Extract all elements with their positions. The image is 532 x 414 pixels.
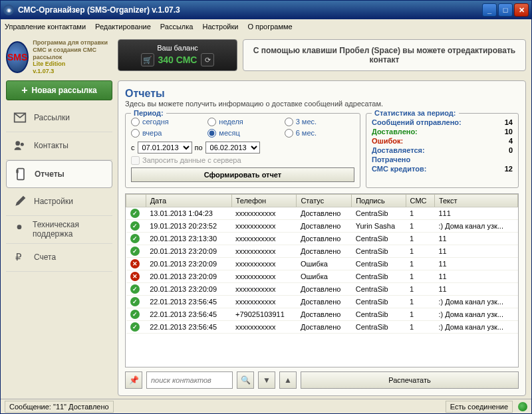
period-radio[interactable]: вчера: [131, 129, 201, 138]
column-header[interactable]: Текст: [434, 194, 517, 207]
server-request-checkbox[interactable]: Запросить данные с сервера: [131, 156, 354, 165]
settings-icon: [13, 194, 27, 209]
svg-point-1: [21, 143, 24, 146]
pin-icon[interactable]: 📌: [125, 371, 142, 389]
column-header[interactable]: Дата: [146, 194, 231, 207]
stat-pending-label: Доставляется:: [372, 146, 425, 154]
balance-label: Ваш баланс: [157, 44, 198, 52]
page-subtitle: Здесь вы можете получить информацию о до…: [125, 100, 519, 108]
menu-item[interactable]: Настройки: [202, 23, 238, 31]
sidebar-item-mail[interactable]: Рассылки: [6, 104, 112, 132]
logo-edition: Lite Edition: [33, 60, 112, 68]
minimize-button[interactable]: _: [482, 3, 497, 17]
logo-version: v.1.07.3: [33, 68, 112, 75]
sidebar-item-reports[interactable]: Отчеты: [6, 160, 112, 188]
sidebar-item-settings[interactable]: Настройки: [6, 188, 112, 216]
period-radio[interactable]: неделя: [207, 118, 277, 126]
hint-panel: С помощью клавиши Пробел (Space) вы може…: [243, 39, 526, 71]
menu-item[interactable]: Рассылка: [160, 23, 194, 31]
search-icon[interactable]: 🔍: [237, 371, 254, 389]
table-row[interactable]: ✕20.01.2013 23:20:09xxxxxxxxxxxОшибкаCen…: [126, 270, 518, 282]
sidebar-item-label: Контакты: [34, 141, 68, 150]
stats-legend: Статистика за период:: [372, 109, 459, 117]
menu-item[interactable]: Управление контактами: [5, 23, 86, 31]
connection-status: Есть соединение: [446, 401, 513, 413]
menu-item[interactable]: О программе: [247, 23, 292, 31]
check-icon: ✓: [130, 247, 140, 256]
sidebar-item-contacts[interactable]: Контакты: [6, 132, 112, 160]
logo-block: SMS Программа для отправки СМС и создани…: [6, 39, 112, 75]
balance-value: 340 СМС: [158, 54, 198, 65]
new-campaign-button[interactable]: Новая рассылка: [6, 80, 112, 100]
reports-icon: [13, 167, 28, 181]
window-controls: _ □ ✕: [482, 3, 529, 17]
stat-credits-value: 12: [505, 165, 513, 173]
svg-rect-3: [16, 169, 18, 173]
column-header[interactable]: СМС: [406, 194, 434, 207]
menu-item[interactable]: Редактирование: [95, 23, 151, 31]
cart-icon[interactable]: 🛒: [141, 53, 154, 66]
globe-icon: [518, 402, 527, 411]
column-header[interactable]: Статус: [297, 194, 352, 207]
menubar: Управление контактамиРедактированиеРассы…: [1, 19, 531, 34]
sidebar-item-support[interactable]: Техническая поддержка: [6, 216, 112, 244]
stat-sent-value: 14: [505, 118, 513, 126]
check-icon: ✓: [130, 284, 140, 294]
refresh-balance-icon[interactable]: ⟳: [201, 53, 214, 66]
stat-errors-label: Ошибок:: [372, 137, 403, 145]
maximize-button[interactable]: □: [498, 3, 513, 17]
balance-panel: Ваш баланс 🛒 340 СМС ⟳: [118, 39, 237, 71]
report-table: ДатаТелефонСтатусПодписьСМСТекст ✓13.01.…: [126, 194, 518, 334]
billing-icon: ₽: [13, 250, 27, 264]
stat-spent-label: Потрачено: [372, 155, 410, 163]
close-button[interactable]: ✕: [514, 3, 529, 17]
stat-credits-label: СМС кредитов:: [372, 165, 426, 173]
table-row[interactable]: ✓22.01.2013 23:56:45+79025103911Доставле…: [126, 308, 518, 320]
page-title: Отчеты: [125, 88, 519, 100]
titlebar: ◉ СМС-Органайзер (SMS-Organizer) v.1.07.…: [1, 1, 531, 19]
period-radio[interactable]: 6 мес.: [285, 129, 354, 138]
column-header[interactable]: Подпись: [352, 194, 406, 207]
search-input[interactable]: [146, 371, 233, 389]
app-icon: ◉: [3, 5, 14, 15]
main-area: Новая рассылка РассылкиКонтактыОтчетыНас…: [1, 78, 531, 399]
column-header[interactable]: Телефон: [231, 194, 297, 207]
table-row[interactable]: ✓19.01.2013 20:23:52xxxxxxxxxxxДоставлен…: [126, 219, 518, 232]
to-date-select[interactable]: 06.02.2013: [205, 142, 260, 154]
table-row[interactable]: ✓20.01.2013 23:20:09xxxxxxxxxxxДоставлен…: [126, 282, 518, 295]
server-request-input[interactable]: [131, 156, 140, 165]
check-icon: ✓: [130, 297, 140, 306]
statusbar: Сообщение: "11" Доставлено Есть соединен…: [1, 399, 531, 413]
column-header[interactable]: [126, 194, 146, 207]
stats-fieldset: Статистика за период: Сообщений отправле…: [366, 113, 519, 188]
print-button[interactable]: Распечатать: [301, 371, 519, 389]
period-radio[interactable]: сегодня: [131, 118, 201, 126]
filter-row: Период: сегоднянеделя3 мес.вчерамесяц6 м…: [125, 113, 519, 188]
table-row[interactable]: ✓20.01.2013 23:13:30xxxxxxxxxxxДоставлен…: [126, 232, 518, 245]
report-table-wrap[interactable]: ДатаТелефонСтатусПодписьСМСТекст ✓13.01.…: [125, 193, 519, 367]
sidebar-item-label: Счета: [34, 253, 56, 262]
from-date-select[interactable]: 07.01.2013: [138, 142, 192, 154]
to-label: по: [195, 144, 203, 152]
svg-point-4: [17, 225, 22, 230]
table-row[interactable]: ✓22.01.2013 23:56:45xxxxxxxxxxxДоставлен…: [126, 320, 518, 333]
status-message: Сообщение: "11" Доставлено: [5, 401, 114, 413]
period-legend: Период:: [131, 109, 166, 117]
period-radio[interactable]: месяц: [207, 129, 277, 138]
svg-text:₽: ₽: [15, 251, 22, 262]
logo-text: Программа для отправки СМС и создания СМ…: [33, 39, 112, 75]
up-icon[interactable]: ▲: [279, 371, 297, 389]
table-row[interactable]: ✕20.01.2013 23:20:09xxxxxxxxxxxОшибкаCen…: [126, 257, 518, 270]
sidebar-item-label: Настройки: [34, 197, 73, 206]
sidebar-item-billing[interactable]: ₽Счета: [6, 244, 112, 272]
support-icon: [13, 222, 26, 237]
check-icon: ✓: [130, 310, 140, 319]
table-row[interactable]: ✓20.01.2013 23:20:09xxxxxxxxxxxДоставлен…: [126, 245, 518, 257]
period-radio[interactable]: 3 мес.: [285, 118, 354, 126]
table-row[interactable]: ✓22.01.2013 23:56:45xxxxxxxxxxxДоставлен…: [126, 295, 518, 308]
period-fieldset: Период: сегоднянеделя3 мес.вчерамесяц6 м…: [125, 113, 360, 188]
app-window: ◉ СМС-Органайзер (SMS-Organizer) v.1.07.…: [0, 0, 532, 414]
generate-report-button[interactable]: Сформировать отчет: [131, 167, 354, 182]
table-row[interactable]: ✓13.01.2013 1:04:23xxxxxxxxxxxДоставлено…: [126, 207, 518, 219]
down-icon[interactable]: ▼: [258, 371, 275, 389]
